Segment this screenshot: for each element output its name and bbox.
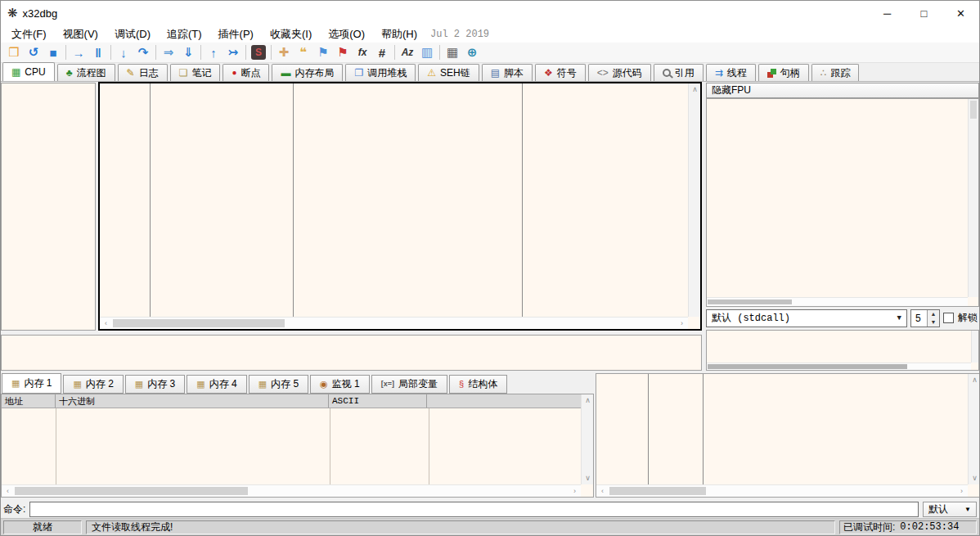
menu-trace[interactable]: 追踪(T) — [159, 25, 210, 43]
tab-memory-3[interactable]: ▦内存 3 — [125, 375, 185, 394]
scrollbar-thumb[interactable] — [15, 487, 248, 495]
memory-dump-pane[interactable]: 地址 十六进制 ASCII ∧ ∨ ‹ › — [1, 394, 594, 498]
step-into-button[interactable]: ↓ — [114, 43, 133, 61]
tab-locals[interactable]: [x=]局部变量 — [371, 375, 447, 394]
registers-hscrollbar[interactable] — [707, 297, 968, 306]
spin-up-icon[interactable]: ▲ — [928, 310, 939, 318]
hash-button[interactable]: # — [372, 43, 392, 61]
argument-count-stepper[interactable]: 5 ▲ ▼ — [910, 309, 940, 327]
trace-icon: ∴ — [820, 68, 827, 78]
tab-graph[interactable]: ♣流程图 — [57, 64, 115, 81]
arguments-pane[interactable] — [706, 330, 979, 371]
scrollbar-thumb[interactable] — [970, 101, 977, 119]
tab-memory-5[interactable]: ▦内存 5 — [249, 375, 308, 394]
scrollbar-thumb[interactable] — [708, 364, 907, 369]
stack-pane[interactable]: ∧ ∨ ‹ › — [596, 373, 980, 498]
tab-symbols[interactable]: ❖符号 — [535, 64, 586, 81]
dump-hscrollbar[interactable]: ‹ › — [2, 484, 581, 497]
tab-source[interactable]: <>源代码 — [588, 64, 651, 81]
menu-debug[interactable]: 调试(D) — [106, 25, 159, 43]
command-input[interactable] — [29, 502, 919, 517]
comment-button[interactable]: ❝ — [294, 43, 313, 61]
calculator-button[interactable]: ▦ — [443, 43, 462, 61]
patch-button[interactable]: ✚ — [274, 43, 294, 61]
command-profile-select[interactable]: 默认 ▼ — [923, 502, 977, 517]
tab-references[interactable]: 引用 — [654, 64, 704, 81]
run-to-user-code-button[interactable]: ↑ — [204, 43, 223, 61]
menu-options[interactable]: 选项(O) — [320, 25, 373, 43]
hide-fpu-button[interactable]: 隐藏FPU — [706, 83, 979, 98]
tab-memory-map[interactable]: ▬内存布局 — [272, 64, 343, 81]
tab-handles[interactable]: 句柄 — [758, 64, 809, 81]
execute-till-return-button[interactable]: ⇒ — [159, 43, 178, 61]
disassembly-pane[interactable]: ∧ ‹ › — [98, 82, 702, 331]
globe-button[interactable]: ⊕ — [462, 43, 482, 61]
tab-seh-chain[interactable]: ⚠SEH链 — [418, 64, 479, 81]
calling-convention-select[interactable]: 默认 (stdcall) ▼ — [706, 309, 907, 327]
disassembly-hscrollbar[interactable]: ‹ › — [100, 317, 688, 329]
unlock-checkbox[interactable] — [943, 313, 954, 323]
s-badge-button[interactable]: S — [249, 43, 268, 61]
scroll-down-arrow[interactable]: ∨ — [969, 472, 980, 484]
scroll-up-arrow[interactable]: ∧ — [689, 83, 701, 96]
menu-file[interactable]: 文件(F) — [3, 25, 55, 43]
tab-breakpoints[interactable]: ●断点 — [223, 64, 269, 81]
menu-plugins[interactable]: 插件(P) — [210, 25, 262, 43]
scrollbar-thumb[interactable] — [113, 319, 285, 327]
stack-vscrollbar[interactable]: ∧ ∨ — [968, 374, 980, 484]
spin-down-icon[interactable]: ▼ — [928, 318, 939, 327]
scrollbar-thumb[interactable] — [708, 300, 792, 304]
arguments-vscrollbar[interactable] — [971, 331, 978, 363]
tab-log[interactable]: ✎日志 — [118, 64, 168, 81]
step-over-button[interactable]: ↷ — [133, 43, 153, 61]
dump-vscrollbar[interactable]: ∧ ∨ — [581, 394, 593, 484]
scrollbar-thumb[interactable] — [609, 487, 706, 495]
tab-threads[interactable]: ⇉线程 — [706, 64, 756, 81]
tab-memory-2[interactable]: ▦内存 2 — [63, 375, 123, 394]
step-out-button[interactable]: ⇓ — [178, 43, 198, 61]
scroll-left-arrow[interactable]: ‹ — [596, 485, 609, 498]
tab-memory-4[interactable]: ▦内存 4 — [187, 375, 246, 394]
scroll-up-arrow[interactable]: ∧ — [969, 374, 980, 386]
tab-memory-1[interactable]: ▦内存 1 — [2, 373, 61, 394]
attach-button[interactable]: ▥ — [417, 43, 437, 61]
minimize-button[interactable]: ─ — [869, 1, 906, 25]
scroll-down-arrow[interactable]: ∨ — [582, 472, 594, 484]
tab-call-stack[interactable]: ❐调用堆栈 — [345, 64, 416, 81]
scroll-left-arrow[interactable]: ‹ — [2, 485, 14, 498]
disassembly-vscrollbar[interactable]: ∧ — [688, 83, 700, 317]
bookmark-button[interactable]: ⚑ — [333, 43, 353, 61]
info-pane[interactable] — [1, 335, 702, 371]
registers-pane[interactable] — [706, 98, 979, 307]
font-button[interactable]: Az — [398, 43, 417, 61]
stop-button[interactable]: ■ — [43, 43, 63, 61]
tab-cpu[interactable]: ▦CPU — [2, 62, 55, 81]
menu-favourites[interactable]: 收藏夹(I) — [262, 25, 320, 43]
function-button[interactable]: fx — [353, 43, 372, 61]
tab-notes[interactable]: ❏笔记 — [170, 64, 221, 81]
stack-hscrollbar[interactable]: ‹ › — [596, 484, 968, 497]
tab-script[interactable]: ▤脚本 — [482, 64, 533, 81]
maximize-button[interactable]: □ — [906, 1, 942, 25]
menu-view[interactable]: 视图(V) — [55, 25, 106, 43]
open-file-button[interactable]: ❒ — [4, 43, 24, 61]
tab-struct[interactable]: §结构体 — [449, 375, 507, 394]
scroll-right-arrow[interactable]: › — [569, 485, 581, 498]
sidebar-pane[interactable] — [1, 83, 96, 331]
scroll-left-arrow[interactable]: ‹ — [100, 318, 112, 330]
menu-help[interactable]: 帮助(H) — [373, 25, 425, 43]
scroll-right-arrow[interactable]: › — [955, 485, 968, 498]
run-button[interactable]: → — [69, 43, 88, 61]
scroll-up-arrow[interactable]: ∧ — [582, 394, 594, 407]
label-button[interactable]: ⚑ — [313, 43, 333, 61]
arguments-hscrollbar[interactable] — [707, 363, 971, 370]
pause-button[interactable]: ‖ — [88, 43, 108, 61]
goto-user-button[interactable]: ↣ — [223, 43, 243, 61]
memory-icon: ▦ — [73, 380, 81, 389]
restart-button[interactable]: ↺ — [24, 43, 43, 61]
registers-vscrollbar[interactable] — [968, 99, 978, 297]
tab-watch-1[interactable]: ◉监视 1 — [310, 375, 370, 394]
scroll-right-arrow[interactable]: › — [676, 318, 688, 330]
close-button[interactable]: ✕ — [942, 1, 979, 25]
tab-trace[interactable]: ∴跟踪 — [811, 64, 860, 81]
